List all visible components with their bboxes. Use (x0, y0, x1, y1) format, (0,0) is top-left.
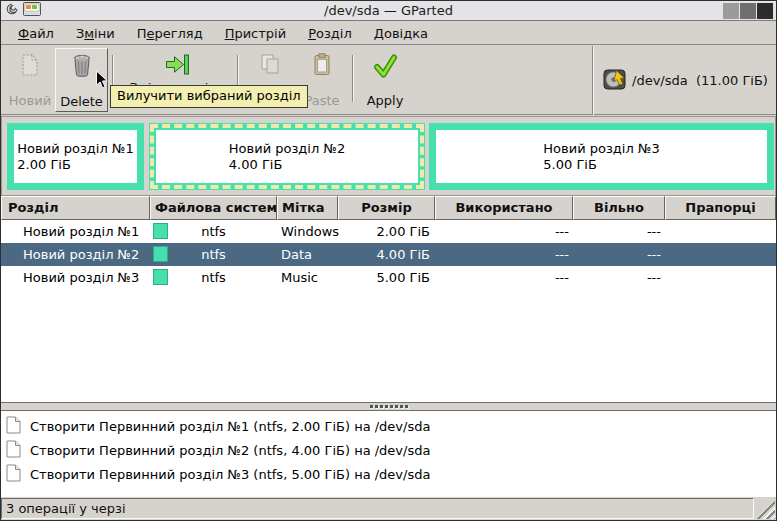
device-selector[interactable]: /dev/sda (11.00 ГіБ) (598, 46, 774, 115)
column-header-partition[interactable]: Розділ (1, 196, 150, 220)
menu-file[interactable]: Файл (7, 24, 65, 43)
partition-visual-2-selected[interactable]: Новий розділ №2 4.00 ГіБ (149, 123, 425, 190)
partition-table: Розділ Файлова система Мітка Розмір Вико… (1, 196, 776, 402)
resize-grip-icon[interactable] (756, 500, 775, 519)
menu-help[interactable]: Довідка (363, 24, 439, 43)
ntfs-color-swatch (153, 223, 168, 239)
apply-button-label: Apply (367, 94, 404, 107)
statusbar: 3 операції у черзі (1, 497, 776, 520)
paste-button-label: Paste (304, 94, 339, 107)
partition-visual-name: Новий розділ №2 (229, 141, 345, 157)
toolbar-separator (352, 55, 354, 102)
menu-view[interactable]: Перегляд (126, 24, 214, 43)
device-value: /dev/sda (11.00 ГіБ) (632, 73, 768, 88)
column-header-filesystem[interactable]: Файлова система (150, 196, 277, 220)
new-document-icon (18, 52, 42, 81)
table-row-selected[interactable]: Новий розділ №2 ntfs Data 4.00 ГіБ --- -… (1, 243, 776, 266)
partition-visual-name: Новий розділ №1 (17, 141, 133, 157)
partition-visual-size: 4.00 ГіБ (229, 157, 345, 173)
menubar: Файл Зміни Перегляд Пристрій Розділ Дові… (1, 22, 776, 45)
partition-visual-size: 5.00 ГіБ (543, 157, 659, 173)
operation-item: Створити Первинний розділ №2 (ntfs, 4.00… (1, 438, 776, 462)
disk-visualization: Новий розділ №1 2.00 ГіБ Новий розділ №2… (1, 116, 776, 196)
operation-doc-icon (6, 464, 21, 485)
window-title: /dev/sda — GParted (1, 3, 776, 18)
copy-icon (258, 52, 283, 81)
new-button[interactable]: Новий (6, 50, 54, 110)
menu-partition[interactable]: Розділ (297, 24, 363, 43)
operation-item: Створити Первинний розділ №3 (ntfs, 5.00… (1, 462, 776, 486)
partition-visual-size: 2.00 ГіБ (17, 157, 133, 173)
table-row[interactable]: Новий розділ №3 ntfs Music 5.00 ГіБ --- … (1, 266, 776, 289)
operation-item: Створити Первинний розділ №1 (ntfs, 2.00… (1, 414, 776, 438)
column-header-label[interactable]: Мітка (277, 196, 338, 220)
resize-move-icon (163, 52, 191, 81)
minimize-icon[interactable] (723, 3, 739, 19)
new-button-label: Новий (9, 94, 51, 107)
gparted-window: /dev/sda — GParted Файл Зміни Перегляд П… (0, 0, 777, 521)
table-header-row: Розділ Файлова система Мітка Розмір Вико… (1, 196, 776, 220)
close-icon[interactable] (757, 3, 773, 19)
mouse-cursor-icon (95, 70, 109, 93)
operation-doc-icon (6, 440, 21, 461)
column-header-free[interactable]: Вільно (573, 196, 665, 220)
ntfs-color-swatch (153, 269, 168, 285)
maximize-icon[interactable] (740, 3, 756, 19)
table-row[interactable]: Новий розділ №1 ntfs Windows 2.00 ГіБ --… (1, 220, 776, 243)
partition-visual-name: Новий розділ №3 (543, 141, 659, 157)
delete-button-label: Delete (60, 95, 103, 108)
titlebar: /dev/sda — GParted (1, 1, 776, 21)
trash-icon (69, 51, 95, 81)
operations-list: Створити Первинний розділ №1 (ntfs, 2.00… (1, 411, 776, 497)
partition-visual-3[interactable]: Новий розділ №3 5.00 ГіБ (429, 123, 774, 190)
apply-button[interactable]: Apply (360, 50, 410, 110)
status-message: 3 операції у черзі (1, 498, 754, 519)
paste-icon (310, 52, 334, 81)
menu-edit[interactable]: Зміни (65, 24, 126, 43)
delete-tooltip: Вилучити вибраний розділ (110, 85, 308, 108)
hard-disk-icon (602, 67, 627, 95)
column-header-flags[interactable]: Прапорці (665, 196, 776, 220)
operation-doc-icon (6, 416, 21, 437)
partition-visual-1[interactable]: Новий розділ №1 2.00 ГіБ (7, 123, 144, 190)
column-header-size[interactable]: Розмір (338, 196, 435, 220)
ntfs-color-swatch (153, 246, 168, 262)
column-header-used[interactable]: Використано (435, 196, 573, 220)
pane-resize-handle[interactable] (1, 402, 776, 411)
menu-device[interactable]: Пристрій (214, 24, 298, 43)
apply-check-icon (371, 52, 399, 82)
toolbar-separator (592, 46, 594, 115)
